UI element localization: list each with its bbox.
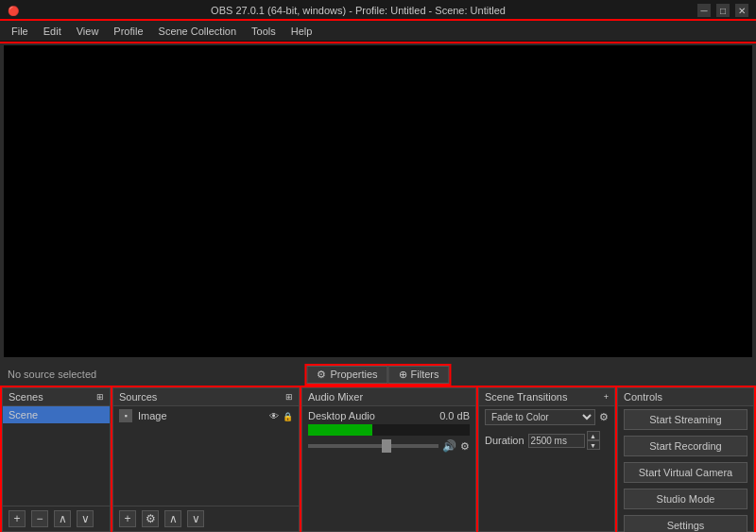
audio-mute-icon[interactable]: 🔊 [442, 439, 456, 453]
scenes-panel: Scenes ⊞ Scene + − ∧ ∨ [2, 387, 111, 532]
source-status-bar: No source selected Properties Filters [0, 361, 756, 387]
controls-panel: Controls Start Streaming Start Recording… [617, 387, 754, 532]
audio-mixer-panel: Audio Mixer Desktop Audio 0.0 dB 🔊 ⚙ [301, 387, 476, 532]
transition-config-icon[interactable]: ⚙ [599, 411, 609, 423]
audio-config-icon[interactable]: ⚙ [460, 440, 470, 453]
duration-row: Duration ▲ ▼ [479, 428, 614, 453]
transitions-header: Scene Transitions + [479, 388, 614, 406]
sources-panel-header: Sources ⊞ [113, 388, 299, 406]
transition-select[interactable]: Fade to Color [485, 409, 595, 425]
source-row-controls [269, 410, 293, 421]
scene-down-button[interactable]: ∨ [77, 510, 94, 527]
duration-down-button[interactable]: ▼ [587, 440, 600, 450]
scenes-panel-header: Scenes ⊞ [3, 388, 110, 406]
filter-icon [399, 369, 407, 381]
properties-button[interactable]: Properties [306, 366, 387, 384]
scenes-panel-icon: ⊞ [96, 392, 104, 402]
menu-bar: File Edit View Profile Scene Collection … [0, 21, 756, 42]
source-name: Image [138, 410, 167, 421]
menu-help[interactable]: Help [284, 24, 320, 39]
start-recording-button[interactable]: Start Recording [624, 436, 747, 456]
source-lock-icon[interactable] [283, 410, 293, 421]
menu-view[interactable]: View [69, 24, 107, 39]
audio-track: Desktop Audio 0.0 dB 🔊 ⚙ [302, 406, 475, 456]
audio-track-level: 0.0 dB [439, 410, 470, 421]
controls-header: Controls [618, 388, 753, 406]
audio-meter-overlay [372, 424, 470, 436]
source-type-icon: ▪ [119, 409, 132, 422]
scene-remove-button[interactable]: − [31, 510, 48, 527]
scenes-toolbar: + − ∧ ∨ [3, 506, 110, 531]
title-bar: 🔴 OBS 27.0.1 (64-bit, windows) - Profile… [0, 0, 756, 21]
source-config-button[interactable]: ⚙ [142, 510, 159, 527]
properties-filters-group: Properties Filters [306, 366, 449, 384]
minimize-button[interactable]: ─ [697, 4, 711, 17]
source-label: No source selected [8, 369, 96, 380]
preview-area [4, 45, 752, 357]
sources-panel-icon: ⊞ [285, 392, 293, 402]
source-up-button[interactable]: ∧ [164, 510, 181, 527]
maximize-button[interactable]: □ [716, 4, 730, 17]
close-button[interactable]: ✕ [735, 4, 748, 17]
transition-row: Fade to Color ⚙ [479, 406, 614, 428]
audio-mixer-header: Audio Mixer [302, 388, 475, 406]
source-add-button[interactable]: + [119, 510, 136, 527]
source-down-button[interactable]: ∨ [187, 510, 204, 527]
start-streaming-button[interactable]: Start Streaming [624, 409, 747, 430]
scene-add-button[interactable]: + [9, 510, 26, 527]
menu-tools[interactable]: Tools [244, 24, 284, 39]
source-eye-icon[interactable] [269, 410, 279, 421]
start-virtual-camera-button[interactable]: Start Virtual Camera [624, 462, 747, 483]
menu-edit[interactable]: Edit [36, 24, 69, 39]
sources-toolbar: + ⚙ ∧ ∨ [113, 506, 299, 531]
gear-icon [317, 369, 326, 381]
transitions-add-icon[interactable]: + [604, 392, 609, 402]
audio-track-name: Desktop Audio [308, 410, 375, 421]
audio-track-header: Desktop Audio 0.0 dB [308, 410, 470, 421]
title-bar-title: OBS 27.0.1 (64-bit, windows) - Profile: … [19, 5, 697, 16]
scene-transitions-panel: Scene Transitions + Fade to Color ⚙ Dura… [478, 387, 615, 532]
menu-scene-collection[interactable]: Scene Collection [151, 24, 245, 39]
title-bar-icon: 🔴 [8, 6, 19, 16]
scene-up-button[interactable]: ∧ [54, 510, 71, 527]
sources-panel: Sources ⊞ ▪ Image + ⚙ ∧ ∨ [112, 387, 300, 532]
audio-meter [308, 424, 470, 436]
window-controls: ─ □ ✕ [697, 4, 748, 17]
studio-mode-button[interactable]: Studio Mode [624, 489, 747, 509]
bottom-panels: Scenes ⊞ Scene + − ∧ ∨ Sources ⊞ ▪ Image… [0, 387, 756, 532]
audio-fader[interactable] [308, 444, 438, 448]
duration-label: Duration [485, 435, 524, 446]
settings-button[interactable]: Settings [624, 515, 747, 532]
audio-fader-handle[interactable] [382, 439, 391, 453]
duration-input[interactable] [528, 434, 585, 448]
filters-button[interactable]: Filters [388, 366, 450, 384]
menu-profile[interactable]: Profile [106, 24, 150, 39]
duration-up-button[interactable]: ▲ [587, 431, 600, 440]
scene-item[interactable]: Scene [3, 406, 110, 423]
source-row[interactable]: ▪ Image [113, 406, 299, 425]
audio-fader-row: 🔊 ⚙ [308, 439, 470, 453]
menu-file[interactable]: File [4, 24, 36, 39]
